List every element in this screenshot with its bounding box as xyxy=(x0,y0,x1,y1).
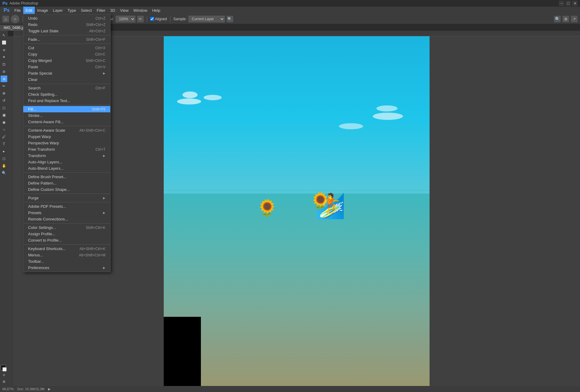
close-button[interactable]: ✕ xyxy=(572,1,578,6)
quick-mask-mode[interactable]: ⊙ xyxy=(1,371,7,378)
menu-paste-special-label: Paste Special xyxy=(28,71,52,76)
tool-dodge[interactable]: ○ xyxy=(1,126,7,133)
menu-undo[interactable]: Undo Ctrl+Z xyxy=(23,15,110,21)
menu-fill[interactable]: Fill... Shift+F5 xyxy=(23,106,110,112)
menu-find-replace[interactable]: Find and Replace Text... xyxy=(23,98,110,104)
tool-blur[interactable]: ◉ xyxy=(1,119,7,126)
tool-pen[interactable]: 🖊 xyxy=(1,133,7,140)
menu-view[interactable]: View xyxy=(118,7,131,14)
search-icon[interactable]: 🔍 xyxy=(554,16,561,22)
menu-define-pattern[interactable]: Define Pattern... xyxy=(23,180,110,186)
menu-cut[interactable]: Cut Ctrl+X xyxy=(23,45,110,51)
tool-select-rect[interactable]: ⬜ xyxy=(1,39,7,46)
tool-move[interactable]: ↖ xyxy=(1,32,7,39)
menu-section-customization: Keyboard Shortcuts... Alt+Shift+Ctrl+K M… xyxy=(23,245,110,272)
tool-shape[interactable]: ◻ xyxy=(1,155,7,162)
menu-section-define: Define Brush Preset... Define Pattern...… xyxy=(23,173,110,194)
menu-auto-blend[interactable]: Auto-Blend Layers... xyxy=(23,165,110,172)
menu-define-brush-label: Define Brush Preset... xyxy=(28,175,66,179)
sample-select[interactable]: Current Layer xyxy=(188,16,225,22)
menu-select[interactable]: Select xyxy=(79,7,94,14)
background-color[interactable] xyxy=(2,367,7,371)
tool-eraser[interactable]: ◻ xyxy=(1,104,7,111)
sample-icon[interactable]: 🔍 xyxy=(227,16,233,22)
menu-define-shape[interactable]: Define Custom Shape... xyxy=(23,186,110,193)
tool-eyedropper[interactable]: ⊘ xyxy=(1,68,7,75)
menu-window[interactable]: Window xyxy=(131,7,150,14)
tool-spot-heal[interactable]: ⌀ xyxy=(1,76,7,82)
menu-pdf-presets-label: Adobe PDF Presets... xyxy=(28,204,66,209)
menu-content-aware-scale[interactable]: Content-Aware Scale Alt+Shift+Ctrl+C xyxy=(23,127,110,133)
arrange-icon[interactable]: ⊞ xyxy=(562,16,569,22)
menu-pdf-presets[interactable]: Adobe PDF Presets... xyxy=(23,203,110,210)
toolbar-separator-1 xyxy=(22,16,23,22)
menu-transform[interactable]: Transform ▶ xyxy=(23,153,110,159)
menu-image[interactable]: Image xyxy=(35,7,50,14)
menu-ps[interactable]: Ps xyxy=(1,7,12,14)
menu-redo[interactable]: Redo Shift+Ctrl+Z xyxy=(23,21,110,28)
menu-layer[interactable]: Layer xyxy=(50,7,65,14)
menu-help[interactable]: Help xyxy=(150,7,163,14)
menu-copy[interactable]: Copy Ctrl+C xyxy=(23,51,110,57)
menu-paste-special[interactable]: Paste Special ▶ xyxy=(23,70,110,76)
tool-path-select[interactable]: ▸ xyxy=(1,148,7,155)
menu-free-transform[interactable]: Free Transform Ctrl+T xyxy=(23,146,110,153)
menu-fade-shortcut: Shift+Ctrl+F xyxy=(86,37,105,42)
menu-presets[interactable]: Presets ▶ xyxy=(23,210,110,216)
menu-preferences[interactable]: Preferences ▶ xyxy=(23,265,110,271)
menu-check-spelling[interactable]: Check Spelling... xyxy=(23,91,110,98)
menu-define-brush[interactable]: Define Brush Preset... xyxy=(23,174,110,180)
menu-3d[interactable]: 3D xyxy=(108,7,118,14)
menu-type[interactable]: Type xyxy=(65,7,79,14)
menu-search[interactable]: Search Ctrl+F xyxy=(23,85,110,91)
menu-purge[interactable]: Purge ▶ xyxy=(23,195,110,201)
menu-paste[interactable]: Paste Ctrl+V xyxy=(23,64,110,70)
menu-clear[interactable]: Clear xyxy=(23,76,110,83)
menu-fade[interactable]: Fade... Shift+Ctrl+F xyxy=(23,36,110,43)
aligned-checkbox[interactable] xyxy=(150,17,154,21)
aligned-label: Aligned xyxy=(155,17,167,21)
menu-edit[interactable]: Edit xyxy=(23,7,35,14)
tool-gradient[interactable]: ▣ xyxy=(1,112,7,118)
menu-content-aware-fill[interactable]: Content-Aware Fill... xyxy=(23,119,110,125)
tool-history-brush[interactable]: ↺ xyxy=(1,97,7,104)
tool-type[interactable]: T xyxy=(1,141,7,147)
maximize-button[interactable]: □ xyxy=(566,1,571,6)
menu-keyboard-shortcuts[interactable]: Keyboard Shortcuts... Alt+Shift+Ctrl+K xyxy=(23,246,110,252)
tool-options[interactable]: ○ xyxy=(11,15,19,23)
menu-auto-align[interactable]: Auto-Align Layers... xyxy=(23,159,110,165)
menu-color-settings[interactable]: Color Settings... Shift+Ctrl+K xyxy=(23,224,110,231)
minimize-button[interactable]: − xyxy=(559,1,564,6)
purge-arrow: ▶ xyxy=(103,196,105,200)
menu-toggle-last-state[interactable]: Toggle Last State Alt+Ctrl+Z xyxy=(23,28,110,34)
menu-assign-profile[interactable]: Assign Profile... xyxy=(23,231,110,237)
tool-brush[interactable]: ✏ xyxy=(1,83,7,89)
menu-filter[interactable]: Filter xyxy=(94,7,108,14)
tool-hand[interactable]: ✋ xyxy=(1,162,7,169)
menu-copy-merged[interactable]: Copy Merged Shift+Ctrl+C xyxy=(23,57,110,64)
menu-perspective-warp[interactable]: Perspective Warp xyxy=(23,140,110,146)
menu-convert-profile[interactable]: Convert to Profile... xyxy=(23,237,110,243)
menu-puppet-warp[interactable]: Puppet Warp xyxy=(23,133,110,140)
flow-select[interactable]: 100% xyxy=(116,16,135,22)
flow-icon[interactable]: ✏ xyxy=(137,16,144,22)
tool-home[interactable]: ⌂ xyxy=(2,16,9,22)
tool-crop[interactable]: ⊡ xyxy=(1,61,7,68)
screen-mode[interactable]: ⊞ xyxy=(1,378,7,385)
menu-file[interactable]: File xyxy=(12,7,23,14)
tool-clone[interactable]: ⊕ xyxy=(1,90,7,97)
tool-lasso[interactable]: ⌀ xyxy=(1,47,7,53)
export-icon[interactable]: ↗ xyxy=(571,16,578,22)
aligned-checkbox-label[interactable]: Aligned xyxy=(150,17,167,21)
menu-menus-shortcut: Alt+Shift+Ctrl+M xyxy=(79,253,105,257)
menu-menus[interactable]: Menus... Alt+Shift+Ctrl+M xyxy=(23,252,110,258)
menu-stroke[interactable]: Stroke... xyxy=(23,112,110,119)
tool-magic-wand[interactable]: ✦ xyxy=(1,54,7,60)
menu-color-settings-shortcut: Shift+Ctrl+K xyxy=(86,226,105,230)
menu-toolbar[interactable]: Toolbar... xyxy=(23,258,110,265)
menu-remote-connections[interactable]: Remote Connections... xyxy=(23,216,110,222)
menu-redo-label: Redo xyxy=(28,22,37,27)
menu-define-shape-label: Define Custom Shape... xyxy=(28,187,70,192)
menu-copy-shortcut: Ctrl+C xyxy=(95,52,105,56)
tool-zoom[interactable]: 🔍 xyxy=(1,170,7,176)
